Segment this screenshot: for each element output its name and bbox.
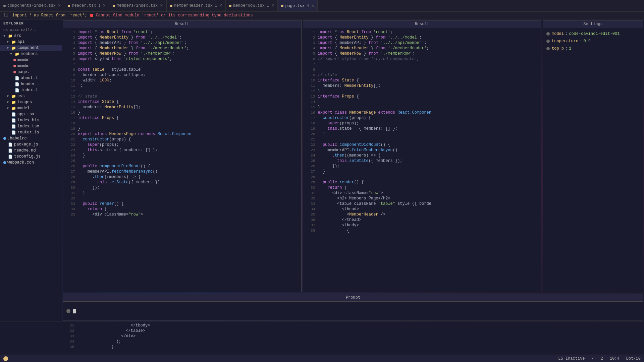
prompt-input[interactable] [63,302,643,320]
tab-dot [281,5,283,7]
code-line: 19 this.state = { members: [] }; [303,126,541,131]
left-code-area[interactable]: 1import * as React from 'react'; 2import… [63,28,301,292]
sidebar-item-label: index.t [21,88,38,93]
setting-collapse-icon[interactable] [546,32,550,36]
sidebar-item-router[interactable]: ▶ 📄 router.ts [0,129,62,135]
code-line: 34 <thead> [303,206,541,212]
setting-colon: : [565,46,568,51]
status-left [3,356,551,361]
code-line: 30 }); [63,185,301,190]
setting-row-model: model : code-davinci-edit-001 [546,32,640,36]
setting-val-temperature: 0.9 [583,39,591,44]
sidebar-item-label: index.htm [17,118,39,123]
sidebar-item-page[interactable]: page. [0,69,62,75]
sidebar-item-label: header . [21,82,40,86]
sidebar-item-index-tsx[interactable]: ▶ 📄 index.tsx [0,123,62,129]
code-line: 6// import styled from 'styled-component… [303,56,541,62]
tab-components-index[interactable]: components/index.tsx × [0,0,64,11]
error-bar: 11 import * as React from 'react'; Canno… [0,12,644,19]
code-line: 6import styled from 'styled-components'; [63,56,301,62]
sidebar-item-membe1[interactable]: membe [0,57,62,63]
error-dot-icon [13,65,16,67]
sidebar-item-index-t[interactable]: ▶ 📄 index.t [0,87,62,93]
sidebar-item-label: about.t [21,76,38,80]
code-line: 28 [303,174,541,180]
sidebar-item-label: api [17,40,25,44]
tab-dot [113,5,115,7]
setting-collapse-icon[interactable] [546,40,550,43]
status-indicator [3,356,8,361]
code-line: 16} [63,110,301,115]
sidebar-item-label: webpack.con [7,160,34,165]
sidebar-item-css[interactable]: ▼ 📁 css [0,93,62,99]
sidebar-item-images[interactable]: ▼ 📁 images [0,99,62,105]
file-icon: 📄 [11,118,16,123]
sidebar-item-label: membe [17,64,30,68]
tab-badge: 4 [307,4,309,8]
left-panel-header: Result [63,20,301,28]
sidebar-item-api[interactable]: ▼ 📁 api [0,39,62,45]
code-line: 1import * as React from 'react'; [303,29,541,35]
prompt-area: Prompt [63,294,643,320]
bottom-code-area: 31 </tbody> 32 </table> 33 </div> 34 ); … [0,321,644,355]
code-line: 20 } [303,131,541,137]
middle-code-area[interactable]: 1import * as React from 'react'; 2import… [303,28,541,292]
tab-close-icon[interactable]: × [271,3,274,8]
sidebar-item-label: src [14,34,21,38]
sidebar-item-label: model [17,106,30,111]
code-line: 2import { MemberEntity } from '../../mod… [63,35,301,40]
folder-icon: 📁 [15,52,19,56]
sidebar-item-component[interactable]: ▼ 📁 component [0,45,62,51]
tab-badge: 1 [267,4,269,8]
sidebar-item-label: page. [17,70,30,74]
sidebar-item-membe2[interactable]: membe [0,63,62,69]
folder-icon: 📁 [8,34,13,38]
tab-member-header[interactable]: memberHeader.tsx 1 × [167,0,226,11]
sidebar-item-babelrc[interactable]: .babelrc [0,135,62,141]
setting-colon: : [580,39,582,44]
code-line: 26 }); [303,164,541,169]
file-icon: 📄 [8,142,13,147]
tab-dot [170,5,172,7]
file-icon: 📄 [11,124,16,129]
sidebar-item-label: index.tsx [17,124,39,129]
tab-close-icon[interactable]: × [58,3,61,8]
tab-header[interactable]: header.tsx 1 × [64,0,109,11]
sidebar-item-model[interactable]: ▼ 📁 model [0,105,62,111]
tab-member-row[interactable]: memberRow.tsx 1 × [226,0,278,11]
sidebar-item-header[interactable]: ▶ 📄 header . [0,81,62,87]
code-line: 11`; [63,83,301,88]
code-line: 24 } [63,153,301,158]
tab-close-icon[interactable]: × [160,3,163,8]
tab-close-icon[interactable]: × [311,3,314,9]
file-icon: 📄 [11,130,16,135]
code-line: 25 [63,158,301,164]
code-line: 14interface State { [63,99,301,105]
sidebar-item-index-htm[interactable]: ▶ 📄 index.htm [0,117,62,123]
code-line: 14 [303,99,541,105]
sidebar-item-tsconfig[interactable]: ▶ 📄 tsconfig.js [0,154,62,160]
code-line: 13interface Props { [303,94,541,99]
sidebar-item-src[interactable]: ▼ 📁 src [0,33,62,39]
setting-collapse-icon[interactable] [546,47,550,50]
settings-body: model : code-davinci-edit-001 temperatur… [543,28,643,57]
setting-row-temperature: temperature : 0.9 [546,39,640,44]
tab-close-icon[interactable]: × [219,3,222,8]
tab-page[interactable]: page.tsx 4 × [278,0,318,11]
error-dot-icon [13,71,16,73]
setting-key-top-p: top_p [552,46,564,51]
code-line: 20export class MembersPage extends React… [63,131,301,137]
tab-close-icon[interactable]: × [103,3,105,8]
code-line: 17 constructor(props) { [303,115,541,121]
sidebar-item-about[interactable]: ▶ 📄 about.t [0,75,62,81]
sidebar-item-members[interactable]: ▼ 📁 members [0,51,62,57]
tab-members-index[interactable]: members/index.tsx × [109,0,167,11]
sidebar-item-app[interactable]: ▶ 📄 app.tsx [0,111,62,117]
sidebar-item-readme[interactable]: ▶ 📄 readme.md [0,147,62,154]
sidebar-item-package[interactable]: ▶ 📄 package.js [0,141,62,147]
file-icon: 📄 [15,88,19,93]
code-line: 18 [63,121,301,126]
code-line: 25 this.setState({ members }); [303,158,541,164]
code-line: 15 members: MemberEntity[]; [63,105,301,110]
sidebar-item-webpack[interactable]: webpack.con [0,160,62,166]
